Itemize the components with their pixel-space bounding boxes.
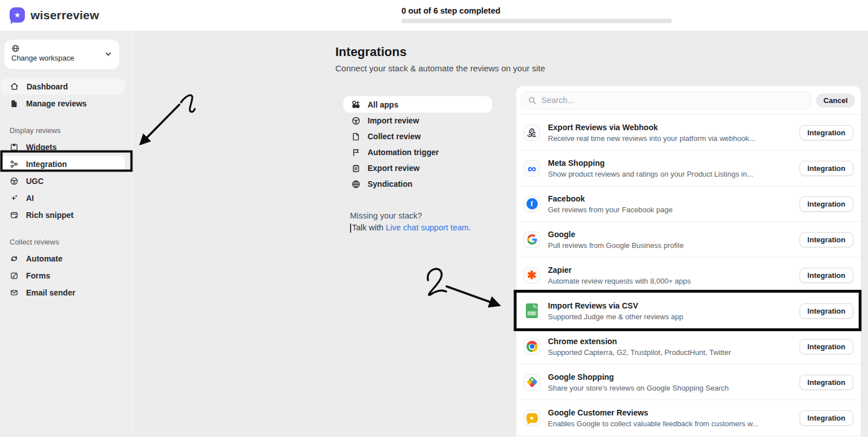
app-row-google-shopping[interactable]: Google Shopping Share your store's revie… [516,365,861,400]
sidebar-item-dashboard[interactable]: Dashboard [1,78,125,95]
app-row-facebook[interactable]: f Facebook Get reviews from your Faceboo… [516,186,861,222]
category-menu: All apps $ Import review Collect review … [343,96,492,192]
integration-button[interactable]: Integration [800,125,853,140]
brand-logo-icon: ★ [10,7,25,23]
app-name: Meta Shopping [548,158,753,168]
app-name: Google [548,230,684,239]
sidebar-item-rich-snippet[interactable]: Rich snippet [1,207,125,223]
chrome-icon [524,339,540,355]
sidebar-item-automate[interactable]: Automate [1,250,125,267]
app-row-export-reviews-via-webhook[interactable]: Export Reviews via Webhook Receive real … [516,115,861,151]
sidebar-item-label: UGC [26,177,44,186]
star-icon: ★ [14,11,21,19]
category-import-review[interactable]: $ Import review [343,113,492,128]
sidebar-section-collect-reviews: Collect reviews [10,238,131,246]
missing-stack-line1: Missing your stack? [350,210,471,222]
app-row-zapier[interactable]: ✱ Zapier Automate review requests with 8… [516,258,861,293]
live-chat-link[interactable]: Live chat support team. [386,222,471,234]
sidebar-item-label: AI [26,194,34,203]
home-icon [10,82,19,91]
form-pencil-icon [10,271,19,280]
app-window: ★ wiserreview 0 out of 6 step completed … [0,0,868,437]
app-row-import-reviews-via-csv[interactable]: CSV Import Reviews via CSV Supported Jud… [516,293,861,329]
sidebar-item-label: Widgets [26,143,57,152]
refresh-icon [10,254,19,263]
integration-button[interactable]: Integration [800,232,853,247]
rich-snippet-icon [10,211,19,220]
sidebar-item-manage-reviews[interactable]: Manage reviews [1,95,125,112]
sidebar-item-forms[interactable]: Forms [1,267,125,284]
sidebar-item-label: Forms [26,271,50,280]
progress-label: 0 out of 6 step completed [401,6,672,15]
svg-text:$: $ [13,179,15,184]
sidebar-item-ai[interactable]: AI [1,190,125,206]
app-description: Supported Capterra, G2, Trustpilot, Prod… [548,348,731,357]
app-description: Automate review requests with 8,000+ app… [548,277,691,285]
brand-name: wiserreview [31,8,99,22]
workspace-label: Change workspace [11,54,113,62]
app-row-meta-shopping[interactable]: ∞ Meta Shopping Show product reviews and… [516,151,861,186]
progress-bar [401,19,672,23]
page-title: Integrations [335,45,407,59]
app-description: Get reviews from your Facebook page [548,205,672,214]
page-subtitle: Connect your stack & automate the review… [335,63,545,73]
integration-button[interactable]: Integration [800,410,853,426]
category-all-apps[interactable]: All apps [343,96,492,113]
sidebar-item-integration[interactable]: Integration [1,156,125,172]
app-name: Google Customer Reviews [548,408,758,417]
category-export-review[interactable]: Export review [343,160,492,176]
integrations-list: Export Reviews via Webhook Receive real … [516,114,861,436]
syndication-globe-icon [351,179,361,189]
search-input[interactable] [541,96,804,105]
sidebar-item-label: Manage reviews [26,99,87,108]
category-automation-trigger[interactable]: Automation trigger [343,144,492,160]
all-apps-icon [351,100,361,109]
document-icon [10,99,19,108]
google-customer-reviews-icon: ★ [524,410,540,426]
category-label: Import review [368,116,419,125]
integration-button[interactable]: Integration [800,375,853,390]
star-icon: ★ [529,415,534,421]
category-label: Collect review [368,132,421,141]
integration-button[interactable]: Integration [800,268,853,283]
app-row-chrome-extension[interactable]: Chrome extension Supported Capterra, G2,… [516,329,861,365]
category-collect-review[interactable]: Collect review [343,128,492,144]
sidebar-item-ugc[interactable]: $ UGC [1,173,125,189]
sidebar-item-email-sender[interactable]: Email sender [1,284,125,301]
missing-stack-note: Missing your stack? Talk with Live chat … [350,210,471,234]
globe-dollar-icon: $ [351,116,361,126]
sidebar-item-label: Dashboard [27,82,68,91]
app-description: Share your store's reviews on Google Sho… [548,384,729,392]
sparkles-icon [10,194,19,203]
top-bar: ★ wiserreview 0 out of 6 step completed [0,0,868,31]
zapier-icon: ✱ [524,267,540,284]
integration-icon [10,160,19,169]
integration-button[interactable]: Integration [800,161,853,176]
sidebar-item-widgets[interactable]: Widgets [1,139,125,155]
app-name: Zapier [548,265,691,275]
globe-dollar-icon: $ [10,177,19,186]
app-row-google-customer-reviews[interactable]: ★ Google Customer Reviews Enables Google… [516,400,861,436]
blank-document-icon [351,132,361,142]
cancel-button[interactable]: Cancel [816,93,855,108]
change-workspace-button[interactable]: Change workspace [5,40,119,69]
app-row-google[interactable]: Google Pull reviews from Google Business… [516,222,861,258]
integration-button[interactable]: Integration [800,196,853,212]
facebook-icon: f [524,196,540,212]
sidebar-item-label: Automate [26,254,63,263]
webhook-icon [524,125,540,141]
search-field[interactable] [521,91,811,110]
brand: ★ wiserreview [10,7,99,23]
missing-stack-prefix: Talk with [352,222,384,234]
app-name: Export Reviews via Webhook [548,123,755,132]
category-label: All apps [368,100,398,109]
sidebar-nav: Dashboard Manage reviews Display reviews… [0,78,131,301]
integration-button[interactable]: Integration [800,339,853,354]
category-syndication[interactable]: Syndication [343,176,492,192]
csv-file-icon: CSV [524,303,540,319]
svg-text:$: $ [355,119,357,124]
sidebar-item-label: Integration [26,160,67,169]
integration-button[interactable]: Integration [800,303,853,319]
globe-icon [11,44,20,53]
integrations-panel: Cancel Export Reviews via Webhook Receiv… [516,86,861,437]
